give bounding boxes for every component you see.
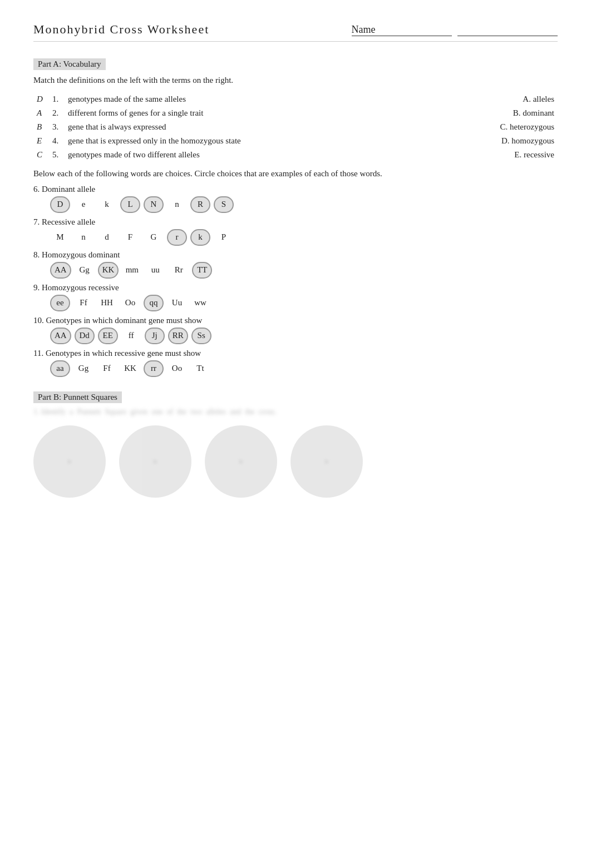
- vocab-answer: A. alleles: [298, 92, 558, 106]
- question-label: 11. Genotypes in which recessive gene mu…: [33, 349, 558, 358]
- choice-item: Uu: [167, 295, 187, 311]
- choice-item: uu: [145, 262, 165, 279]
- punnett-circle-4: Ir: [290, 425, 363, 498]
- vocab-letter: B: [33, 120, 49, 134]
- vocab-num: 1.: [49, 92, 65, 106]
- circle-instructions: Below each of the following words are ch…: [33, 167, 558, 180]
- choice-item: AA: [50, 328, 71, 344]
- vocab-answer: D. homozygous: [298, 134, 558, 148]
- question-label: 9. Homozygous recessive: [33, 283, 558, 292]
- vocab-row: B 3. gene that is always expressed C. he…: [33, 120, 558, 134]
- choice-item: Gg: [73, 360, 93, 377]
- vocab-letter: A: [33, 106, 49, 120]
- choice-item: AA: [50, 262, 71, 279]
- vocab-definition: genotypes made of two different alleles: [65, 148, 298, 162]
- vocab-table: D 1. genotypes made of the same alleles …: [33, 92, 558, 162]
- choice-item: F: [120, 229, 140, 246]
- choice-item: RR: [168, 328, 188, 344]
- punnett-instructions: 1. Identify a Punnett Square given one o…: [33, 408, 558, 416]
- choice-item: e: [73, 196, 93, 213]
- choice-item: mm: [122, 262, 142, 279]
- part-a-instructions: Match the definitions on the left with t…: [33, 73, 558, 87]
- question-block: 9. Homozygous recessiveeeFfHHOoqqUuww: [33, 283, 558, 311]
- choices-row: MndFGrkP: [50, 229, 558, 246]
- choice-item: Rr: [169, 262, 189, 279]
- vocab-row: A 2. different forms of genes for a sing…: [33, 106, 558, 120]
- vocab-num: 2.: [49, 106, 65, 120]
- vocab-num: 4.: [49, 134, 65, 148]
- choice-item: Gg: [75, 262, 95, 279]
- punnett-circle-1: Ir: [33, 425, 106, 498]
- question-block: 10. Genotypes in which dominant gene mus…: [33, 316, 558, 344]
- question-label: 6. Dominant allele: [33, 185, 558, 194]
- choice-item: L: [120, 196, 140, 213]
- choice-item: Oo: [167, 360, 187, 377]
- choice-item: ww: [190, 295, 210, 311]
- question-label: 10. Genotypes in which dominant gene mus…: [33, 316, 558, 325]
- choice-item: ee: [50, 295, 70, 311]
- choice-item: HH: [97, 295, 117, 311]
- vocab-answer: B. dominant: [298, 106, 558, 120]
- vocab-definition: gene that is always expressed: [65, 120, 298, 134]
- choices-row: AADdEEffJjRRSs: [50, 328, 558, 344]
- choice-item: Ff: [97, 360, 117, 377]
- vocab-num: 3.: [49, 120, 65, 134]
- vocab-num: 5.: [49, 148, 65, 162]
- choice-item: Jj: [145, 328, 165, 344]
- choice-item: r: [167, 229, 187, 246]
- punnett-circle-3: Ir: [205, 425, 277, 498]
- choice-item: d: [97, 229, 117, 246]
- vocab-answer: C. heterozygous: [298, 120, 558, 134]
- vocab-row: C 5. genotypes made of two different all…: [33, 148, 558, 162]
- choice-item: aa: [50, 360, 70, 377]
- vocab-letter: E: [33, 134, 49, 148]
- question-block: 8. Homozygous dominantAAGgKKmmuuRrTT: [33, 250, 558, 279]
- page-title: Monohybrid Cross Worksheet: [33, 22, 209, 37]
- choice-item: S: [214, 196, 234, 213]
- choice-item: R: [190, 196, 210, 213]
- punnett-squares-row: Ir Ir Ir Ir: [33, 425, 558, 498]
- vocab-definition: different forms of genes for a single tr…: [65, 106, 298, 120]
- choice-item: qq: [144, 295, 164, 311]
- choices-row: eeFfHHOoqqUuww: [50, 295, 558, 311]
- question-block: 11. Genotypes in which recessive gene mu…: [33, 349, 558, 377]
- part-b-header: Part B: Punnett Squares: [33, 381, 558, 408]
- choice-item: n: [73, 229, 93, 246]
- choice-item: k: [97, 196, 117, 213]
- vocab-letter: C: [33, 148, 49, 162]
- choice-item: M: [50, 229, 70, 246]
- choice-item: G: [144, 229, 164, 246]
- vocab-letter: D: [33, 92, 49, 106]
- vocab-row: E 4. gene that is expressed only in the …: [33, 134, 558, 148]
- choices-row: AAGgKKmmuuRrTT: [50, 262, 558, 279]
- vocab-row: D 1. genotypes made of the same alleles …: [33, 92, 558, 106]
- choice-item: rr: [144, 360, 164, 377]
- choice-item: Dd: [75, 328, 95, 344]
- question-block: 7. Recessive alleleMndFGrkP: [33, 217, 558, 246]
- choice-item: EE: [98, 328, 118, 344]
- question-block: 6. Dominant alleleDekLNnRS: [33, 185, 558, 213]
- choice-item: TT: [192, 262, 212, 279]
- choice-item: Ss: [191, 328, 211, 344]
- name-field: Name: [348, 24, 558, 36]
- choice-item: N: [144, 196, 164, 213]
- punnett-circle-2: Ir: [119, 425, 191, 498]
- vocab-answer: E. recessive: [298, 148, 558, 162]
- choice-item: P: [214, 229, 234, 246]
- header: Monohybrid Cross Worksheet Name: [33, 22, 558, 42]
- choice-item: D: [50, 196, 70, 213]
- choices-row: DekLNnRS: [50, 196, 558, 213]
- choice-item: k: [190, 229, 210, 246]
- part-a-header: Part A: Vocabulary: [33, 52, 558, 73]
- vocab-definition: genotypes made of the same alleles: [65, 92, 298, 106]
- choice-item: ff: [121, 328, 141, 344]
- choice-item: KK: [98, 262, 119, 279]
- vocab-definition: gene that is expressed only in the homoz…: [65, 134, 298, 148]
- choice-item: Ff: [73, 295, 93, 311]
- choice-item: Oo: [120, 295, 140, 311]
- choice-item: n: [167, 196, 187, 213]
- choice-item: KK: [120, 360, 140, 377]
- choice-item: Tt: [190, 360, 210, 377]
- choices-row: aaGgFfKKrrOoTt: [50, 360, 558, 377]
- question-label: 8. Homozygous dominant: [33, 250, 558, 260]
